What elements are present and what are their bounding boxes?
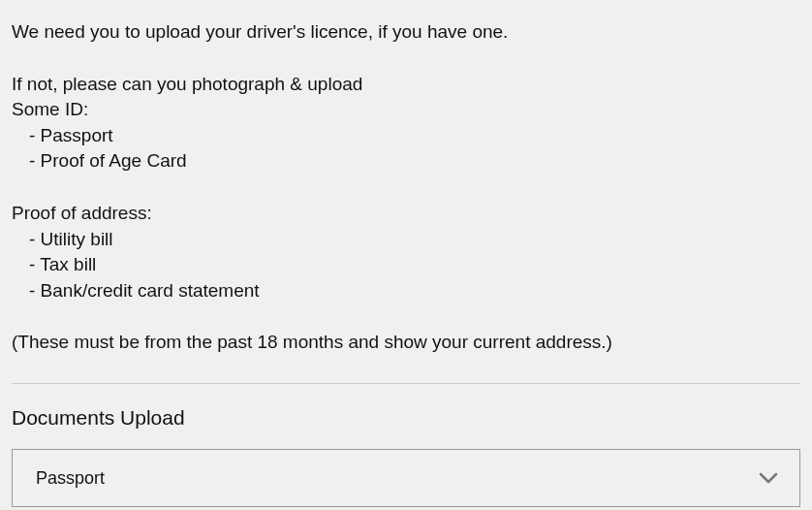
instruction-note: (These must be from the past 18 months a… (12, 330, 800, 356)
upload-section-title: Documents Upload (12, 403, 800, 431)
instructions-block: We need you to upload your driver's lice… (12, 19, 800, 356)
id-item: - Passport (12, 123, 800, 149)
id-item: - Proof of Age Card (12, 148, 800, 175)
upload-section: Documents Upload Passport (12, 403, 800, 507)
proof-address-label: Proof of address: (12, 201, 800, 227)
select-value: Passport (36, 466, 105, 491)
instruction-line-2: If not, please can you photograph & uplo… (12, 72, 800, 98)
chevron-down-icon (759, 472, 778, 484)
some-id-label: Some ID: (12, 97, 800, 123)
section-divider (12, 383, 800, 384)
address-item: - Bank/credit card statement (12, 278, 800, 304)
address-item: - Utility bill (12, 227, 800, 253)
instruction-line-1: We need you to upload your driver's lice… (12, 19, 800, 46)
document-type-select[interactable]: Passport (12, 449, 800, 507)
address-item: - Tax bill (12, 252, 800, 278)
